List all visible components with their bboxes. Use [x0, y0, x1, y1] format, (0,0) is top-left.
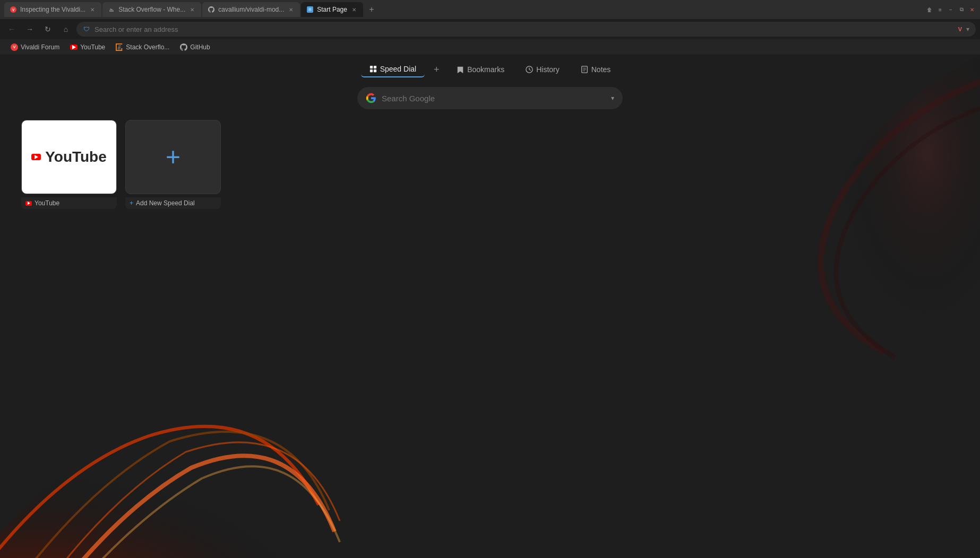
speed-dial-tab[interactable]: Speed Dial	[361, 62, 425, 77]
tab-cavallium[interactable]: cavallium/vivaldi-mod... ✕	[202, 2, 300, 17]
youtube-play-small	[28, 202, 30, 205]
svg-rect-3	[118, 47, 121, 47]
youtube-speed-dial-label: YouTube	[35, 199, 59, 207]
vivaldi-favicon-icon: V	[10, 6, 16, 13]
so-favicon	[116, 43, 123, 51]
youtube-favicon	[70, 43, 78, 51]
tab-title-so: Stack Overflow - Whe...	[118, 6, 185, 13]
svg-rect-0	[109, 10, 114, 11]
navigation-bar: ← → ↻ ⌂ 🛡 V ▾	[0, 19, 980, 39]
home-button[interactable]: ⌂	[58, 22, 73, 37]
tab-stackoverflow[interactable]: Stack Overflow - Whe... ✕	[102, 2, 201, 17]
start-page-tabs: Speed Dial + Bookmarks History Notes	[0, 55, 980, 82]
svg-rect-11	[374, 69, 376, 72]
trash-button[interactable]: 🗑	[926, 6, 933, 13]
history-tab[interactable]: History	[517, 62, 568, 77]
bookmarks-bar: V Vivaldi Forum YouTube Stack Overflo...…	[0, 39, 980, 55]
speed-dial-icon	[369, 65, 377, 73]
tab-favicon-start: ⊞	[306, 6, 314, 13]
youtube-card[interactable]: YouTube	[21, 120, 117, 194]
svg-rect-9	[374, 66, 376, 68]
tab-close-vivaldi[interactable]: ✕	[89, 6, 96, 13]
speed-dial-youtube[interactable]: YouTube YouTube	[21, 120, 117, 209]
vivaldi-icon: V	[958, 26, 962, 32]
tab-close-startpage[interactable]: ✕	[350, 6, 358, 13]
search-input[interactable]	[382, 94, 606, 103]
dropdown-icon[interactable]: ▾	[966, 25, 969, 33]
menu-button[interactable]: ≡	[936, 6, 944, 13]
search-dropdown-arrow[interactable]: ▾	[611, 94, 614, 102]
bookmarks-tab-label: Bookmarks	[467, 65, 504, 74]
add-speed-dial-label: Add New Speed Dial	[136, 199, 195, 207]
title-bar: V Inspecting the Vivaldi... ✕ Stack Over…	[0, 0, 980, 19]
svg-rect-1	[109, 11, 114, 12]
so-label: Stack Overflo...	[126, 43, 169, 51]
youtube-fav-small	[25, 201, 32, 206]
youtube-play-triangle	[35, 155, 38, 159]
vivaldi-forum-label: Vivaldi Forum	[21, 43, 59, 51]
google-logo	[366, 93, 376, 103]
speed-dial-tab-label: Speed Dial	[380, 65, 417, 73]
history-icon	[526, 66, 533, 73]
forward-button[interactable]: →	[22, 22, 37, 37]
speed-dial-add[interactable]: + + Add New Speed Dial	[125, 120, 221, 209]
add-speed-dial-card[interactable]: +	[125, 120, 221, 194]
tab-startpage[interactable]: ⊞ Start Page ✕	[301, 2, 363, 17]
start-page-favicon-icon: ⊞	[307, 6, 313, 13]
tab-favicon-so	[108, 6, 115, 13]
reload-button[interactable]: ↻	[40, 22, 55, 37]
youtube-label-bar: YouTube	[21, 197, 117, 209]
tab-close-cavallium[interactable]: ✕	[287, 6, 295, 13]
svg-rect-10	[370, 69, 373, 72]
add-label-bar: + Add New Speed Dial	[125, 197, 221, 209]
window-controls: 🗑 ≡ − ⧉ ✕	[926, 6, 976, 13]
tab-vivaldi[interactable]: V Inspecting the Vivaldi... ✕	[4, 2, 101, 17]
address-bar[interactable]: 🛡 V ▾	[76, 22, 976, 37]
bookmarks-tab[interactable]: Bookmarks	[448, 62, 513, 77]
address-input[interactable]	[94, 25, 954, 33]
notes-tab[interactable]: Notes	[572, 62, 620, 77]
github-label: GitHub	[190, 43, 210, 51]
background-decoration	[0, 213, 425, 558]
security-icon: 🛡	[83, 25, 90, 33]
back-button[interactable]: ←	[4, 22, 19, 37]
tab-favicon-vivaldi: V	[10, 6, 17, 13]
bookmark-stackoverflow[interactable]: Stack Overflo...	[111, 42, 174, 53]
tab-close-so[interactable]: ✕	[188, 6, 196, 13]
tabs-area: V Inspecting the Vivaldi... ✕ Stack Over…	[4, 2, 924, 17]
notes-tab-label: Notes	[591, 65, 611, 74]
vivaldi-forum-favicon: V	[11, 43, 18, 51]
bookmark-vivaldi-forum[interactable]: V Vivaldi Forum	[6, 42, 64, 53]
bookmark-youtube[interactable]: YouTube	[66, 42, 109, 53]
main-content: Speed Dial + Bookmarks History Notes	[0, 55, 980, 558]
github-favicon	[180, 43, 187, 51]
notes-icon	[581, 66, 588, 73]
tab-title-startpage: Start Page	[317, 6, 347, 13]
add-plus-icon: +	[166, 144, 180, 170]
svg-rect-2	[118, 48, 121, 49]
add-speed-dial-group-button[interactable]: +	[429, 62, 444, 77]
youtube-label: YouTube	[80, 43, 105, 51]
close-button[interactable]: ✕	[968, 6, 976, 13]
youtube-play-icon	[31, 154, 41, 160]
tab-favicon-gh	[208, 6, 215, 13]
svg-rect-8	[370, 66, 373, 68]
history-tab-label: History	[536, 65, 560, 74]
restore-button[interactable]: ⧉	[958, 6, 965, 13]
add-plus-label-icon: +	[130, 199, 133, 207]
add-tab-button[interactable]: +	[364, 2, 379, 17]
youtube-logo-text: YouTube	[45, 149, 107, 165]
youtube-logo: YouTube	[31, 149, 107, 165]
svg-rect-4	[118, 45, 121, 46]
search-box[interactable]: ▾	[357, 87, 623, 109]
tab-title-cavallium: cavallium/vivaldi-mod...	[218, 6, 284, 13]
bookmark-github[interactable]: GitHub	[176, 42, 214, 53]
bookmarks-icon	[457, 66, 464, 73]
search-container: ▾	[0, 82, 980, 120]
tab-title-vivaldi: Inspecting the Vivaldi...	[20, 6, 85, 13]
minimize-button[interactable]: −	[947, 6, 955, 13]
speed-dial-grid: YouTube YouTube + + Add New Speed Dial	[0, 120, 980, 209]
